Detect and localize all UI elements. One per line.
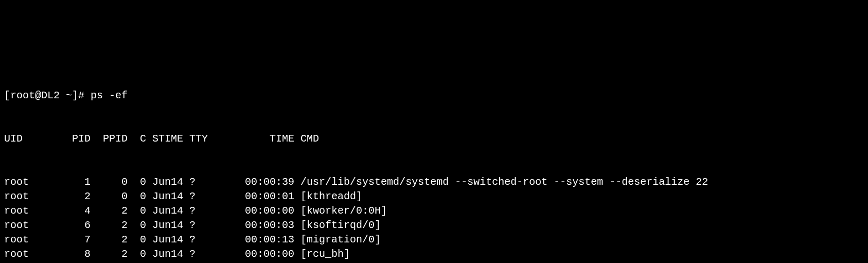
ps-header: UID PID PPID C STIME TTY TIME CMD <box>4 132 864 146</box>
process-row: root 6 2 0 Jun14 ? 00:00:03 [ksoftirqd/0… <box>4 218 864 233</box>
process-row: root 7 2 0 Jun14 ? 00:00:13 [migration/0… <box>4 233 864 247</box>
process-row: root 1 0 0 Jun14 ? 00:00:39 /usr/lib/sys… <box>4 175 864 189</box>
process-row: root 4 2 0 Jun14 ? 00:00:00 [kworker/0:0… <box>4 204 864 218</box>
command-prompt: [root@DL2 ~]# ps -ef <box>4 89 864 103</box>
process-row: root 2 0 0 Jun14 ? 00:00:01 [kthreadd] <box>4 189 864 204</box>
terminal-output[interactable]: [root@DL2 ~]# ps -ef UID PID PPID C STIM… <box>4 60 864 263</box>
process-row: root 8 2 0 Jun14 ? 00:00:00 [rcu_bh] <box>4 247 864 261</box>
process-list: root 1 0 0 Jun14 ? 00:00:39 /usr/lib/sys… <box>4 175 864 263</box>
